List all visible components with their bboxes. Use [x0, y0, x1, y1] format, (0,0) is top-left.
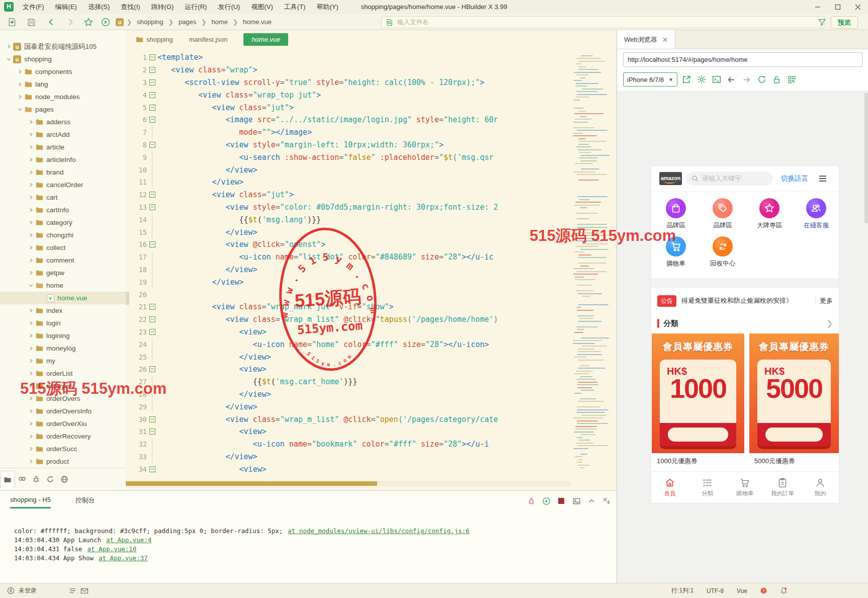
console-tab-1[interactable]: 控制台 [75, 496, 95, 508]
file-type[interactable]: Vue [737, 587, 747, 594]
editor-tab-shopping[interactable]: shopping [136, 36, 173, 43]
tree-item-arctAdd[interactable]: arctAdd [0, 128, 126, 141]
tree-item-product[interactable]: product [0, 455, 126, 468]
tab-web-browser[interactable]: Web浏览器 ✕ [617, 30, 675, 49]
tree-item-components[interactable]: components [0, 65, 126, 78]
run-button[interactable] [101, 17, 111, 27]
nav-forward-button[interactable] [65, 17, 75, 27]
network-icon[interactable] [57, 471, 71, 488]
unlock-icon[interactable] [770, 73, 783, 86]
preview-button[interactable]: 预览 [831, 16, 858, 29]
announcement-more-link[interactable]: 更多 [820, 296, 833, 305]
console-source-link[interactable]: at App.vue:4 [106, 536, 151, 544]
browser-forward-icon[interactable] [740, 73, 753, 86]
console-tab-0[interactable]: shopping - H5 [10, 496, 51, 508]
breadcrumb-item-2[interactable]: home [209, 18, 230, 26]
tree-item-cart[interactable]: cart [0, 191, 126, 204]
tree-item-index[interactable]: index [0, 304, 126, 317]
menu-item-9[interactable]: 帮助(Y) [311, 0, 343, 14]
phone-search-input[interactable]: 请输入关键字 [686, 172, 773, 186]
tree-item-adderss[interactable]: adderss [0, 116, 126, 128]
device-select[interactable]: iPhone 6/7/8 ▼ [623, 72, 677, 87]
tree-item-chongzhi[interactable]: chongzhi [0, 229, 126, 241]
account-icon[interactable] [7, 587, 15, 594]
tree-item-orderSucc[interactable]: orderSucc [0, 443, 126, 455]
quick-entry-3[interactable]: 在綫客服 [797, 198, 835, 230]
fold-icon[interactable] [149, 192, 155, 198]
tree-item-articleInfo[interactable]: articleInfo [0, 153, 126, 166]
tree-item-category[interactable]: category [0, 216, 126, 229]
tree-item-my[interactable]: my [0, 355, 126, 367]
tree-item-node_modules[interactable]: node_modules [0, 91, 126, 103]
console-source-link[interactable]: at node_modules/uview-ui/libs/config/con… [288, 527, 469, 535]
close-icon[interactable] [848, 0, 868, 14]
editor-tab-home.vue[interactable]: home.vue [243, 33, 288, 46]
tree-item-orderRecovery[interactable]: orderRecovery [0, 430, 126, 443]
fold-icon[interactable] [149, 416, 155, 422]
language-switch-link[interactable]: 切换語言 [781, 174, 808, 183]
tree-item-collect[interactable]: collect [0, 241, 126, 254]
login-status[interactable]: 未登录 [19, 586, 37, 595]
fold-icon[interactable] [149, 92, 155, 98]
fold-icon[interactable] [149, 105, 155, 111]
quick-entry-2[interactable]: 大牌專區 [750, 198, 789, 230]
menu-item-7[interactable]: 视图(V) [245, 0, 278, 14]
minimap[interactable] [571, 50, 615, 476]
fold-icon[interactable] [149, 117, 155, 123]
tree-item-国泰君安前端纯源码105[interactable]: u国泰君安前端纯源码105 [0, 40, 126, 53]
tree-item-cartInfo[interactable]: cartInfo [0, 204, 126, 216]
menu-item-4[interactable]: 跳转(G) [146, 0, 180, 14]
horizontal-scrollbar[interactable] [126, 481, 570, 486]
quick-entry-5[interactable]: 回收中心 [704, 236, 742, 268]
browser-scrollbar[interactable] [864, 93, 868, 223]
coupon-card-5000[interactable]: 會員專屬優惠券HK$5000 [749, 333, 839, 453]
url-input[interactable]: http://localhost:5174/#/pages/home/home [623, 52, 862, 67]
debug-icon[interactable] [29, 471, 43, 488]
tree-item-cancelOrder[interactable]: cancelOrder [0, 179, 126, 191]
console-terminal-icon[interactable] [710, 73, 723, 86]
quick-entry-0[interactable]: 品牌區 [657, 198, 695, 230]
fold-icon[interactable] [149, 466, 155, 472]
nav-back-button[interactable] [46, 17, 56, 27]
tree-item-orderOversInfo[interactable]: orderOversInfo [0, 405, 126, 417]
announcement-bar[interactable]: 公告 得避免雙重征稅和防止偷漏稅的安排》 更多 [651, 288, 839, 313]
new-file-button[interactable] [7, 17, 17, 27]
quick-entry-1[interactable]: 品牌區 [704, 198, 742, 230]
tree-item-shopping[interactable]: ushopping [0, 53, 126, 65]
update-badge-icon[interactable] [760, 587, 767, 594]
fold-icon[interactable] [149, 142, 155, 148]
menu-item-1[interactable]: 编辑(E) [50, 0, 82, 14]
tree-item-home[interactable]: home [0, 279, 126, 292]
coupon-card-1000[interactable]: 會員專屬優惠券HK$1000 [652, 333, 744, 453]
tree-item-getpw[interactable]: getpw [0, 267, 126, 279]
menu-item-3[interactable]: 查找(I) [115, 0, 145, 14]
category-section-header[interactable]: 分類 ❯ [651, 313, 839, 333]
explorer-folder-icon[interactable] [0, 471, 15, 488]
tree-item-home.vue[interactable]: Vhome.vue [0, 292, 126, 304]
bookmark-star-button[interactable] [83, 17, 94, 27]
export-log-icon[interactable] [571, 496, 581, 506]
breadcrumb-item-0[interactable]: shopping [135, 18, 165, 26]
fold-icon[interactable] [149, 304, 155, 310]
tree-item-orderOverXiu[interactable]: orderOverXiu [0, 417, 126, 430]
file-search-input[interactable]: 输入文件名 [381, 16, 825, 28]
cursor-position[interactable]: 行:1列:1 [671, 586, 693, 595]
fold-icon[interactable] [149, 67, 155, 73]
tree-item-login[interactable]: login [0, 317, 126, 329]
fold-icon[interactable] [149, 366, 155, 372]
console-source-link[interactable]: at App.vue:10 [87, 545, 136, 553]
clear-console-icon[interactable] [601, 496, 612, 506]
phone-tab-我的訂單[interactable]: 我的訂單 [764, 472, 802, 503]
browser-back-icon[interactable] [725, 73, 738, 86]
file-encoding[interactable]: UTF-8 [707, 587, 724, 594]
tree-item-comment[interactable]: comment [0, 254, 126, 267]
tree-item-pages[interactable]: pages [0, 103, 126, 116]
open-external-icon[interactable] [680, 73, 692, 86]
maximize-icon[interactable] [828, 0, 848, 14]
run-console-icon[interactable] [541, 496, 551, 506]
fold-icon[interactable] [149, 79, 155, 86]
code-editor[interactable]: shoppingmanifest.jsonhome.vue 1<template… [126, 30, 617, 490]
fold-icon[interactable] [149, 241, 155, 247]
browser-refresh-icon[interactable] [755, 73, 768, 86]
tree-item-article[interactable]: article [0, 141, 126, 153]
